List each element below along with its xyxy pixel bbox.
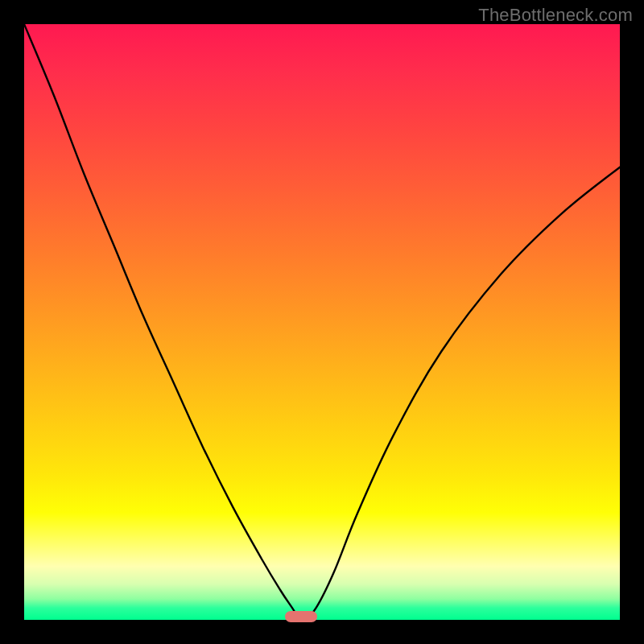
- watermark-text: TheBottleneck.com: [478, 5, 633, 26]
- optimum-marker: [285, 611, 317, 622]
- bottleneck-curve: [24, 24, 620, 620]
- plot-area: [24, 24, 620, 620]
- chart-frame: TheBottleneck.com: [0, 0, 644, 644]
